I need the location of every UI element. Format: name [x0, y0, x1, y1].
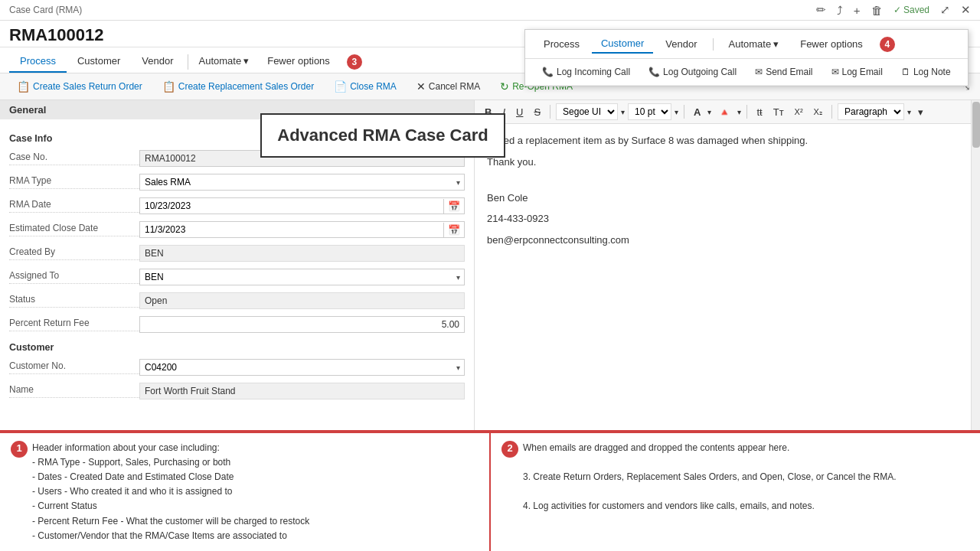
percent-fee-input[interactable] [139, 316, 465, 333]
window-title-bar: Case Card (RMA) ✏ ⤴ + 🗑 ✓ Saved ⤢ ✕ [0, 0, 980, 21]
nav-fewer-options[interactable]: Fewer options [256, 51, 341, 73]
expand-icon[interactable]: ⤢ [940, 3, 950, 17]
log-note-btn[interactable]: 🗒 Log Note [893, 64, 959, 80]
email-body-text: I need a replacement item as by Surface … [487, 133, 959, 148]
reopen-rma-icon: ↻ [500, 80, 509, 93]
rma-type-field: Sales RMA ▾ [139, 174, 465, 191]
scrollbar-thumb[interactable] [972, 102, 980, 148]
log-outgoing-call-btn[interactable]: 📞 Log Outgoing Call [641, 64, 744, 80]
rma-type-select[interactable]: Sales RMA [139, 174, 465, 191]
phone-incoming-icon: 📞 [542, 67, 554, 77]
cancel-rma-icon: ✕ [416, 80, 426, 93]
est-close-date-field: 📅 [139, 221, 465, 238]
window-title: Case Card (RMA) [9, 5, 82, 15]
annotation-2-text: When emails are dragged and dropped the … [523, 441, 897, 514]
customer-no-label: Customer No. [9, 360, 139, 374]
send-email-btn[interactable]: ✉ Send Email [747, 64, 820, 80]
rma-date-input[interactable] [140, 198, 443, 214]
log-email-btn[interactable]: ✉ Log Email [824, 64, 890, 80]
highlight-chevron: ▾ [737, 108, 741, 116]
customer-name-value: Fort Worth Fruit Stand [139, 383, 465, 399]
badge-1: 1 [11, 441, 28, 458]
popup-nav-vendor[interactable]: Vendor [656, 35, 706, 53]
status-value: Open [139, 292, 465, 309]
superscript-btn[interactable]: X² [791, 106, 807, 118]
est-close-date-row: Estimated Close Date 📅 [9, 220, 465, 240]
outdent-btn[interactable]: Tт [769, 105, 788, 119]
assigned-to-field: BEN ▾ [139, 269, 465, 285]
more-options-btn[interactable]: ▾ [914, 105, 927, 119]
customer-name-row: Name Fort Worth Fruit Stand [9, 381, 465, 401]
share-icon[interactable]: ⤴ [837, 4, 843, 17]
send-email-icon: ✉ [755, 67, 763, 77]
nav-vendor[interactable]: Vendor [131, 51, 184, 73]
rma-date-calendar-icon[interactable]: 📅 [443, 199, 464, 214]
paragraph-select[interactable]: Paragraph [838, 103, 904, 120]
assigned-to-select[interactable]: BEN [139, 269, 465, 285]
popup-nav-customer[interactable]: Customer [592, 34, 653, 54]
popup-badge: 4 [880, 37, 895, 52]
popup-card: Process Customer Vendor Automate ▾ Fewer… [524, 29, 969, 86]
delete-icon[interactable]: 🗑 [871, 4, 883, 17]
signature-name: Ben Cole [487, 191, 959, 206]
annotation-1-text: Header information about your case inclu… [32, 441, 309, 543]
assigned-to-row: Assigned To BEN ▾ [9, 267, 465, 287]
indent-btn[interactable]: tŧ [753, 105, 766, 119]
log-incoming-call-btn[interactable]: 📞 Log Incoming Call [534, 64, 638, 80]
est-close-date-label: Estimated Close Date [9, 223, 139, 236]
est-close-date-input[interactable] [140, 222, 443, 237]
status-row: Status Open [9, 291, 465, 311]
create-replacement-btn[interactable]: 📋 Create Replacement Sales Order [155, 77, 322, 96]
rma-type-label: RMA Type [9, 175, 139, 189]
nav-divider [188, 54, 188, 70]
add-icon[interactable]: + [854, 4, 861, 17]
nav-automate[interactable]: Automate ▾ [191, 51, 257, 73]
font-size-select[interactable]: 10 pt [628, 103, 671, 120]
created-by-label: Created By [9, 246, 139, 260]
rma-date-row: RMA Date 📅 [9, 196, 465, 216]
customer-section-title: Customer [9, 342, 465, 354]
popup-automate-chevron: ▾ [773, 38, 779, 50]
popup-nav-automate[interactable]: Automate ▾ [720, 35, 789, 53]
created-by-value: BEN [139, 245, 465, 262]
log-note-icon: 🗒 [901, 67, 910, 77]
font-color-chevron: ▾ [707, 108, 711, 116]
close-icon[interactable]: ✕ [961, 3, 971, 17]
font-color-btn[interactable]: A [690, 105, 704, 119]
case-info-section: Case Info Case No. RMA Type Sales RMA [0, 119, 474, 411]
customer-no-select[interactable]: C04200 [139, 359, 465, 376]
email-thanks-text: Thank you. [487, 155, 959, 170]
popup-nav-process[interactable]: Process [534, 35, 589, 53]
created-by-row: Created By BEN [9, 243, 465, 263]
est-close-calendar-icon[interactable]: 📅 [443, 223, 464, 237]
chevron-down-icon: ▾ [243, 55, 249, 67]
signature-phone: 214-433-0923 [487, 211, 959, 227]
badge-2: 2 [501, 441, 518, 458]
rma-date-field: 📅 [139, 197, 465, 214]
popup-actions: 📞 Log Incoming Call 📞 Log Outgoing Call … [525, 59, 968, 86]
nav-customer[interactable]: Customer [67, 51, 131, 73]
title-overlay: Advanced RMA Case Card [260, 113, 505, 158]
toolbar-divider-2 [684, 105, 684, 119]
popup-nav-fewer[interactable]: Fewer options [791, 35, 872, 53]
font-family-select[interactable]: Segoe UI [556, 103, 618, 120]
toolbar-divider-1 [550, 105, 550, 119]
annotation-1: 1 Header information about your case inc… [0, 432, 491, 551]
edit-icon[interactable]: ✏ [816, 3, 826, 17]
page-title: RMA100012 [9, 25, 104, 44]
font-dropdown-icon: ▾ [621, 108, 625, 116]
strikethrough-btn[interactable]: S [530, 105, 544, 119]
rma-type-row: RMA Type Sales RMA ▾ [9, 172, 465, 192]
toolbar-divider-3 [746, 105, 747, 119]
nav-badge-3: 3 [347, 54, 362, 70]
close-rma-btn[interactable]: 📄 Close RMA [326, 77, 404, 96]
cancel-rma-btn[interactable]: ✕ Cancel RMA [409, 77, 488, 96]
underline-btn[interactable]: U [512, 105, 527, 119]
nav-process[interactable]: Process [9, 51, 67, 73]
saved-indicator: ✓ Saved [893, 5, 929, 15]
bottom-annotations: 1 Header information about your case inc… [0, 430, 980, 551]
highlight-btn[interactable]: 🔺 [714, 105, 734, 119]
create-sales-return-btn[interactable]: 📋 Create Sales Return Order [9, 77, 150, 96]
subscript-btn[interactable]: X₂ [810, 106, 826, 119]
close-rma-icon: 📄 [334, 80, 347, 93]
